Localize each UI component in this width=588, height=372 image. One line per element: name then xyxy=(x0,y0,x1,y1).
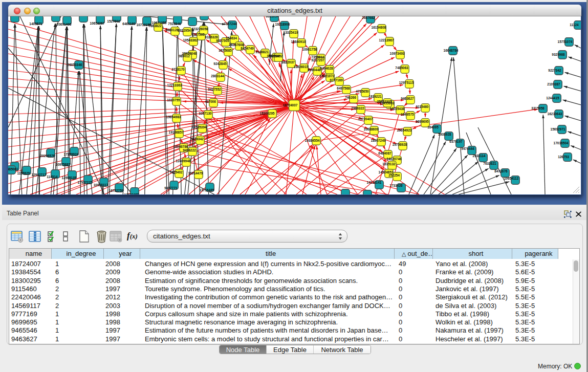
svg-text:2933114: 2933114 xyxy=(473,154,486,158)
svg-text:9115460: 9115460 xyxy=(416,105,429,108)
svg-text:13535394: 13535394 xyxy=(192,125,207,129)
svg-text:11124: 11124 xyxy=(570,23,579,27)
svg-text:2803144: 2803144 xyxy=(211,74,224,78)
svg-text:1733426: 1733426 xyxy=(389,184,403,187)
svg-text:26367608: 26367608 xyxy=(229,43,244,47)
svg-text:12505135: 12505135 xyxy=(62,176,77,180)
svg-text:2109387: 2109387 xyxy=(547,82,560,86)
svg-text:8454749: 8454749 xyxy=(241,47,254,50)
svg-text:7485063: 7485063 xyxy=(395,66,408,70)
svg-text:6497568: 6497568 xyxy=(337,86,350,90)
svg-text:8813054: 8813054 xyxy=(266,16,279,18)
svg-text:1949575: 1949575 xyxy=(401,113,414,116)
svg-text:1244415: 1244415 xyxy=(546,96,559,100)
svg-text:1615132: 1615132 xyxy=(382,162,396,166)
svg-text:15751074: 15751074 xyxy=(558,40,573,43)
svg-text:10653267: 10653267 xyxy=(90,21,105,25)
svg-text:18300295: 18300295 xyxy=(260,112,275,115)
svg-text:1527602: 1527602 xyxy=(107,19,120,23)
svg-text:9474444: 9474444 xyxy=(461,147,474,150)
svg-text:9457771: 9457771 xyxy=(164,186,178,190)
svg-text:16210643: 16210643 xyxy=(548,112,562,116)
svg-text:6466160: 6466160 xyxy=(122,22,136,26)
svg-text:17016504: 17016504 xyxy=(554,141,569,145)
svg-text:3822037: 3822037 xyxy=(281,60,295,64)
svg-text:9227342: 9227342 xyxy=(548,69,561,72)
svg-text:10654112: 10654112 xyxy=(504,177,519,180)
svg-text:16914479: 16914479 xyxy=(188,171,203,175)
svg-text:10543362: 10543362 xyxy=(183,38,198,42)
svg-text:9242845: 9242845 xyxy=(213,62,227,65)
svg-text:9777169: 9777169 xyxy=(330,78,343,82)
svg-text:12213967: 12213967 xyxy=(379,38,394,42)
svg-text:19756928: 19756928 xyxy=(393,143,407,146)
svg-text:6484087: 6484087 xyxy=(378,151,391,155)
svg-text:3875685: 3875685 xyxy=(219,49,232,52)
svg-text:13325419: 13325419 xyxy=(284,31,298,34)
svg-text:10228452: 10228452 xyxy=(268,54,283,58)
svg-text:746266: 746266 xyxy=(345,96,356,99)
svg-text:17359924: 17359924 xyxy=(64,152,79,156)
svg-text:1010755: 1010755 xyxy=(167,98,180,102)
svg-text:20691406: 20691406 xyxy=(57,23,72,26)
svg-text:8186328: 8186328 xyxy=(205,35,218,39)
svg-text:114514: 114514 xyxy=(47,175,58,179)
svg-text:7357244: 7357244 xyxy=(224,22,237,26)
svg-text:3215958: 3215958 xyxy=(531,106,545,110)
svg-text:989012: 989012 xyxy=(179,54,190,58)
svg-text:8660128: 8660128 xyxy=(165,28,179,32)
svg-text:16648784: 16648784 xyxy=(444,49,459,52)
svg-text:1839221: 1839221 xyxy=(368,95,382,98)
svg-text:19384554: 19384554 xyxy=(305,139,320,142)
svg-text:7625402: 7625402 xyxy=(169,170,183,174)
svg-text:13716485: 13716485 xyxy=(200,188,214,192)
svg-text:16046786: 16046786 xyxy=(173,145,188,148)
svg-text:7663822: 7663822 xyxy=(148,24,162,28)
svg-text:9498222: 9498222 xyxy=(183,148,196,152)
svg-text:10688609: 10688609 xyxy=(364,127,379,131)
svg-text:9463627: 9463627 xyxy=(401,97,414,100)
svg-text:19166857: 19166857 xyxy=(169,130,184,134)
svg-text:8912954: 8912954 xyxy=(178,29,191,32)
svg-text:8471676: 8471676 xyxy=(494,169,508,173)
svg-text:154634: 154634 xyxy=(226,36,237,40)
svg-text:417006: 417006 xyxy=(205,100,216,103)
svg-text:10975887: 10975887 xyxy=(56,163,71,166)
svg-text:4735650: 4735650 xyxy=(356,90,369,93)
svg-text:7515546: 7515546 xyxy=(168,22,181,26)
svg-text:1405571: 1405571 xyxy=(29,22,42,26)
svg-text:16782759: 16782759 xyxy=(109,189,124,192)
svg-text:10973493: 10973493 xyxy=(390,52,405,55)
svg-text:26053346: 26053346 xyxy=(68,63,82,67)
svg-text:9699695: 9699695 xyxy=(416,120,429,123)
svg-text:1156829: 1156829 xyxy=(17,171,30,175)
svg-text:3267130: 3267130 xyxy=(199,112,212,115)
svg-text:10025438: 10025438 xyxy=(390,107,405,111)
svg-text:17957225: 17957225 xyxy=(78,181,93,184)
svg-text:20206576: 20206576 xyxy=(40,154,55,158)
svg-text:19654923: 19654923 xyxy=(397,128,412,132)
svg-text:15720407: 15720407 xyxy=(358,117,373,121)
svg-text:9217207: 9217207 xyxy=(311,58,324,62)
svg-text:12923468: 12923468 xyxy=(124,193,139,194)
svg-text:23226058: 23226058 xyxy=(193,27,208,31)
svg-text:12942717: 12942717 xyxy=(32,173,47,177)
svg-text:12975115: 12975115 xyxy=(399,81,414,84)
svg-text:7986322: 7986322 xyxy=(351,106,364,110)
svg-text:9427552: 9427552 xyxy=(208,87,221,91)
svg-text:15692971: 15692971 xyxy=(551,127,565,131)
svg-text:6494028: 6494028 xyxy=(320,67,333,70)
svg-text:16640910: 16640910 xyxy=(291,40,306,43)
svg-text:126753: 126753 xyxy=(558,155,569,159)
svg-text:12409948: 12409948 xyxy=(176,159,191,163)
svg-text:19218906: 19218906 xyxy=(275,23,290,26)
svg-text:19654983: 19654983 xyxy=(166,115,181,119)
svg-text:9146821: 9146821 xyxy=(255,50,269,54)
svg-text:2718170: 2718170 xyxy=(171,68,185,71)
svg-text:6379197: 6379197 xyxy=(449,140,463,143)
svg-text:7632621: 7632621 xyxy=(483,162,496,165)
svg-text:164095: 164095 xyxy=(427,125,439,129)
svg-text:252254: 252254 xyxy=(388,173,400,177)
svg-text:18907249: 18907249 xyxy=(371,139,386,142)
svg-text:14120746: 14120746 xyxy=(387,157,402,161)
